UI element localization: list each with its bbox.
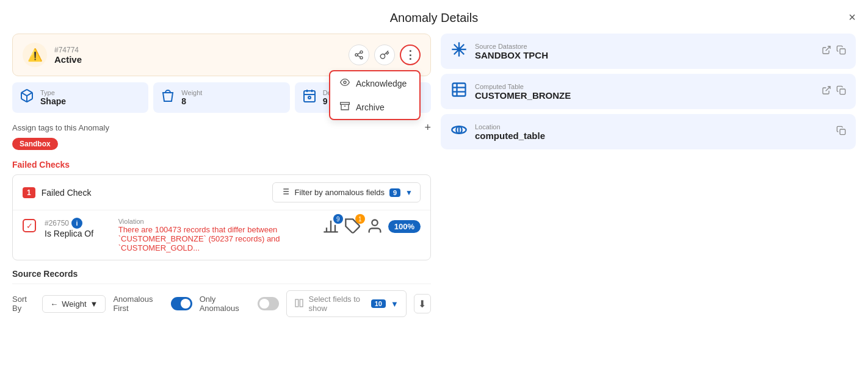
violation-row: ✓ #26750 i Is Replica Of Violation There… [13, 210, 430, 260]
filter-count-badge: 9 [389, 188, 400, 197]
archive-icon [340, 101, 350, 113]
svg-rect-44 [840, 129, 845, 135]
cube-icon [20, 88, 34, 107]
weight-icon [161, 88, 175, 107]
computed-table-link-button[interactable] [822, 85, 831, 98]
violation-icons: 9 1 100% [322, 218, 421, 235]
more-options-button[interactable]: ⋮ [400, 45, 421, 65]
computed-table-copy-button[interactable] [836, 85, 846, 98]
location-icon [450, 121, 468, 142]
share-button[interactable] [349, 45, 369, 65]
snowflake-icon [450, 41, 468, 62]
anomalous-first-label: Anomalous First [113, 295, 163, 313]
filter-anomalous-button[interactable]: Filter by anomalous fields 9 ▼ [272, 182, 421, 202]
download-button[interactable]: ⬇ [414, 294, 431, 313]
sort-field-label: Weight [62, 299, 86, 309]
acknowledge-menu-item[interactable]: Acknowledge [330, 71, 419, 95]
failed-checks-header: 1 Failed Check Filter by anomalous field… [13, 175, 430, 210]
svg-rect-27 [300, 299, 303, 307]
columns-icon [294, 298, 304, 310]
svg-point-1 [355, 54, 358, 56]
only-anomalous-label: Only Anomalous [200, 295, 250, 313]
computed-table-label: Computed Table [475, 83, 571, 90]
failed-count-badge: 1 [23, 187, 35, 198]
location-value: computed_table [475, 130, 545, 141]
svg-point-32 [458, 48, 461, 51]
add-tag-button[interactable]: + [424, 121, 431, 134]
failed-check-header-title: 1 Failed Check [23, 187, 91, 198]
type-value: Shape [40, 96, 66, 106]
sandbox-tag[interactable]: Sandbox [12, 138, 58, 150]
select-fields-dropdown-icon: ▼ [391, 299, 399, 309]
anomaly-id: #74774 [54, 46, 82, 54]
svg-rect-40 [840, 89, 845, 95]
svg-point-25 [372, 220, 377, 226]
violation-details: #26750 i Is Replica Of [45, 218, 110, 238]
right-panel: Source Datastore SANDBOX TPCH [441, 34, 856, 323]
svg-line-33 [826, 46, 830, 51]
source-records-title: Source Records [12, 269, 431, 279]
filter-dropdown-arrow-icon: ▼ [405, 188, 413, 197]
acknowledge-icon [340, 77, 350, 89]
anomalous-first-toggle[interactable] [171, 297, 192, 310]
select-fields-label: Select fields to show [309, 295, 366, 313]
select-fields-count-badge: 10 [371, 299, 386, 308]
check-name: Is Replica Of [45, 229, 110, 238]
tags-list: Sandbox [12, 134, 431, 150]
type-label: Type [40, 89, 66, 96]
page-title: Anomaly Details [0, 0, 868, 34]
actions-dropdown-menu: Acknowledge Archive [329, 70, 421, 120]
svg-line-4 [358, 52, 361, 54]
failed-checks-card: 1 Failed Check Filter by anomalous field… [12, 174, 431, 260]
user-icon-wrap[interactable] [366, 218, 383, 235]
only-anomalous-toggle[interactable] [258, 297, 279, 310]
source-datastore-copy-button[interactable] [836, 45, 846, 57]
sort-weight-button[interactable]: ← Weight ▼ [42, 295, 106, 313]
failed-checks-title: Failed Checks [12, 160, 431, 170]
anomaly-status: Active [54, 54, 82, 65]
computed-table-icon [450, 81, 468, 102]
weight-value: 8 [181, 96, 202, 106]
type-card: Type Shape [12, 82, 148, 113]
sort-arrow-icon: ← [50, 299, 58, 309]
percent-badge: 100% [388, 220, 421, 233]
weight-card: Weight 8 [153, 82, 289, 113]
computed-table-value: CUSTOMER_BRONZE [475, 90, 571, 101]
check-info-icon[interactable]: i [71, 218, 82, 229]
svg-rect-35 [453, 84, 466, 96]
tags-assign-label: Assign tags to this Anomaly [12, 123, 109, 132]
archive-menu-item[interactable]: Archive [330, 95, 419, 119]
bar-chart-icon-wrap[interactable]: 9 [322, 218, 339, 235]
computed-table-card: Computed Table CUSTOMER_BRONZE [441, 74, 856, 109]
location-copy-button[interactable] [836, 126, 846, 138]
svg-point-13 [308, 96, 311, 99]
weight-label: Weight [181, 89, 202, 96]
calendar-icon [302, 88, 317, 107]
anomaly-header-card: ⚠️ #74774 Active [12, 34, 431, 76]
warning-icon: ⚠️ [23, 43, 47, 67]
anomaly-actions: ⋮ Acknowledge [349, 45, 421, 65]
source-datastore-value: SANDBOX TPCH [475, 50, 548, 60]
select-fields-button[interactable]: Select fields to show 10 ▼ [286, 290, 407, 317]
sort-by-label: Sort By [12, 295, 35, 313]
check-id: #26750 i [45, 218, 110, 229]
svg-line-39 [826, 87, 830, 91]
tag-badge-count: 1 [355, 214, 365, 224]
violation-col-label: Violation [118, 218, 314, 225]
location-card: Location computed_table [441, 114, 856, 149]
svg-point-2 [360, 57, 363, 59]
violation-text-col: Violation There are 100473 records that … [118, 218, 314, 252]
check-checkbox[interactable]: ✓ [23, 219, 36, 232]
source-datastore-link-button[interactable] [822, 45, 831, 57]
svg-rect-34 [840, 49, 845, 54]
location-label: Location [475, 123, 545, 130]
source-datastore-label: Source Datastore [475, 43, 548, 50]
violation-text: There are 100473 records that differ bet… [118, 225, 314, 252]
key-button[interactable] [374, 45, 395, 65]
archive-label: Archive [356, 102, 385, 112]
modal-close-button[interactable]: × [848, 11, 856, 23]
tag-icon-wrap[interactable]: 1 [344, 218, 361, 235]
bar-chart-badge: 9 [333, 214, 343, 224]
acknowledge-label: Acknowledge [356, 79, 407, 88]
failed-check-label: Failed Check [42, 188, 92, 198]
